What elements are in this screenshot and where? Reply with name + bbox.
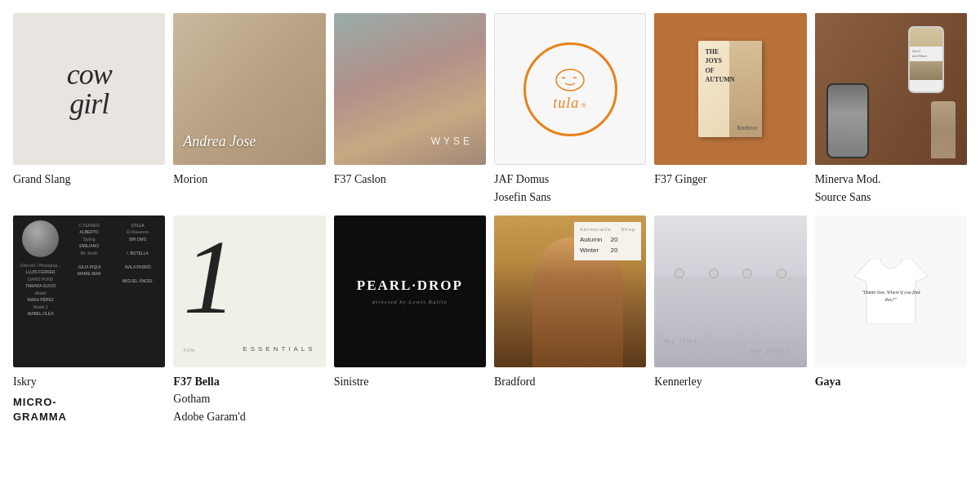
card-image-gaya: "Damn Son, Where'd you find this?" [815,215,967,367]
card-labels-f37-bella: F37 Bella Gotham Adobe Garam'd [173,374,325,425]
label-primary: Kennerley [654,374,806,390]
card-morion[interactable]: Andrea Jose Morion [173,13,325,206]
card-grand-slang[interactable]: cowgirl Grand Slang [13,13,165,206]
card-labels-minerva-mod: Minerva Mod. Source Sans [815,171,967,205]
caslon-brand: WYSE [431,135,473,147]
card-labels-sinistre: Sinistre [334,374,486,390]
ginger-line4: AUTUMN [705,76,734,83]
morion-text: Andrea Jose [183,133,256,150]
card-labels-kennerley: Kennerley [654,374,806,390]
card-labels-morion: Morion [173,171,325,188]
label-primary-bold: F37 Bella [173,374,325,390]
card-labels-grand-slang: Grand Slang [13,171,165,188]
ginger-line2: JOYS [705,57,721,64]
ginger-brand: Barbour [737,125,758,131]
card-labels-gaya: Gaya [815,374,967,390]
card-image-kennerley: my time my place. [654,215,806,367]
card-iskry[interactable]: Direcció / Photograp... LLUIS FERRER DAR… [13,215,165,425]
card-labels-f37-ginger: F37 Ginger [654,171,806,188]
card-f37-ginger[interactable]: THE JOYS OF AUTUMN Barbour F37 Ginger [654,13,806,206]
tula-face-icon [554,68,586,92]
card-image-f37-ginger: THE JOYS OF AUTUMN Barbour [654,13,806,165]
label-microgram: MICRO-GRAMMA [13,396,67,423]
card-labels-iskry: Iskry MICRO-GRAMMA [13,374,165,424]
ginger-line3: OF [705,67,714,74]
label-primary: Morion [173,171,325,188]
label-secondary: Josefin Sans [494,189,646,206]
ginger-line1: THE [705,48,719,56]
sinistre-subtitle: directed by Lewis Kallie [372,299,448,305]
card-image-minerva-mod: Grindand Glaze [815,13,967,165]
bradford-year2: 20 [611,247,618,254]
label-primary: F37 Ginger [654,171,806,188]
bradford-year1: 20 [611,236,618,243]
label-primary: F37 Caslon [334,171,486,188]
card-labels-f37-caslon: F37 Caslon [334,171,486,188]
gaya-quote: "Damn Son, Where'd you find this?" [861,289,921,303]
label-primary: Bradford [494,374,646,390]
svg-point-0 [556,69,584,91]
bradford-winter: Winter [580,247,599,254]
tula-dot: ® [581,102,587,109]
label-primary: JAF Domus [494,171,646,188]
card-labels-jaf-domus: JAF Domus Josefin Sans [494,171,646,205]
card-image-iskry: Direcció / Photograp... LLUIS FERRER DAR… [13,215,165,367]
card-image-f37-caslon: WYSE [334,13,486,165]
label-primary: Sinistre [334,374,486,390]
label-primary: Minerva Mod. [815,171,967,188]
card-minerva-mod[interactable]: Grindand Glaze Minerva Mod. Source Sans [815,13,967,206]
card-image-bradford: Ablmoralla Shop Autumn Winter 20 20 [494,215,646,367]
sinistre-title: PEARL·DROP [357,278,463,294]
label-tertiary: Adobe Garam'd [173,409,325,425]
card-gaya[interactable]: "Damn Son, Where'd you find this?" Gaya [815,215,967,425]
label-secondary: Source Sans [815,189,967,206]
card-image-f37-bella: 1 ESSENTIALS 40% [173,215,325,367]
cowgirl-text: cowgirl [60,53,118,125]
label-primary: Iskry [13,374,165,390]
label-primary-bold: Gaya [815,374,967,390]
card-image-morion: Andrea Jose [173,13,325,165]
card-image-jaf-domus: tula® [494,13,646,165]
tula-label: tula [553,96,579,110]
card-jaf-domus[interactable]: tula® JAF Domus Josefin Sans [494,13,646,206]
card-image-grand-slang: cowgirl [13,13,165,165]
card-labels-bradford: Bradford [494,374,646,390]
font-showcase-grid: cowgirl Grand Slang Andrea Jose Morion W… [13,13,967,425]
card-bradford[interactable]: Ablmoralla Shop Autumn Winter 20 20 Br [494,215,646,425]
card-image-sinistre: PEARL·DROP directed by Lewis Kallie [334,215,486,367]
label-primary: Grand Slang [13,171,165,188]
card-sinistre[interactable]: PEARL·DROP directed by Lewis Kallie Sini… [334,215,486,425]
card-kennerley[interactable]: my time my place. Kennerley [654,215,806,425]
label-secondary: Gotham [173,391,325,407]
card-f37-caslon[interactable]: WYSE F37 Caslon [334,13,486,206]
card-f37-bella[interactable]: 1 ESSENTIALS 40% F37 Bella Gotham Adobe … [173,215,325,425]
bradford-autumn: Autumn [580,236,603,243]
